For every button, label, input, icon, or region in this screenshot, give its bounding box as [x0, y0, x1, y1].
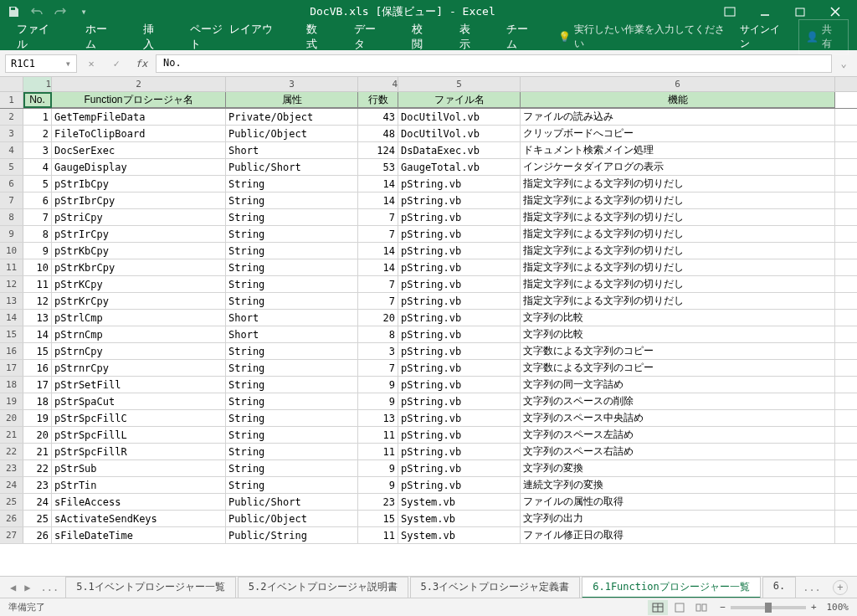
cell-fn[interactable]: pStrKbrCpy	[52, 259, 226, 275]
cell-lines[interactable]: 3	[358, 343, 398, 359]
cell-lines[interactable]: 7	[358, 276, 398, 292]
cell-no[interactable]: 16	[23, 360, 52, 376]
cell-fn[interactable]: pStrSpcFillL	[52, 427, 226, 443]
col-header[interactable]: 5	[398, 77, 521, 91]
cell-file[interactable]: pString.vb	[398, 293, 521, 309]
zoom-in-icon[interactable]: +	[811, 602, 817, 613]
cell-no[interactable]: 11	[23, 276, 52, 292]
cell-lines[interactable]: 9	[358, 477, 398, 493]
cell-lines[interactable]: 9	[358, 377, 398, 393]
row-header[interactable]: 22	[0, 444, 23, 459]
cell-lines[interactable]: 7	[358, 209, 398, 225]
cell-fn[interactable]: pStrnCpy	[52, 343, 226, 359]
cell-file[interactable]: System.vb	[398, 527, 521, 543]
cell-file[interactable]: System.vb	[398, 494, 521, 510]
cell-attr[interactable]: Public/String	[226, 527, 358, 543]
zoom-slider[interactable]	[731, 606, 806, 609]
cell-attr[interactable]: String	[226, 226, 358, 242]
cell-no[interactable]: 2	[23, 126, 52, 141]
cell-desc[interactable]: 文字列の比較	[521, 310, 835, 326]
cell-fn[interactable]: sActivateSendKeys	[52, 511, 226, 526]
cell-fn[interactable]: pStrnrCpy	[52, 360, 226, 376]
cell-lines[interactable]: 14	[358, 243, 398, 259]
cell-attr[interactable]: String	[226, 243, 358, 259]
cell-lines[interactable]: 9	[358, 460, 398, 476]
row-header[interactable]: 17	[0, 360, 23, 376]
cell-file[interactable]: pString.vb	[398, 427, 521, 443]
cell-file[interactable]: pString.vb	[398, 326, 521, 342]
cell-no[interactable]: 24	[23, 494, 52, 510]
cell-no[interactable]: 25	[23, 511, 52, 526]
tab-more-right[interactable]: ...	[798, 582, 826, 593]
row-header[interactable]: 8	[0, 209, 23, 225]
row-header[interactable]: 1	[0, 92, 23, 108]
row-header[interactable]: 18	[0, 377, 23, 393]
cell-no[interactable]: 26	[23, 527, 52, 543]
row-header[interactable]: 26	[0, 511, 23, 526]
cell-file[interactable]: pString.vb	[398, 310, 521, 326]
row-header[interactable]: 9	[0, 226, 23, 242]
col-header[interactable]: 3	[226, 77, 358, 91]
cell-lines[interactable]: 11	[358, 444, 398, 459]
redo-icon[interactable]	[52, 3, 69, 20]
cell-attr[interactable]: Public/Object	[226, 511, 358, 526]
cell-file[interactable]: System.vb	[398, 511, 521, 526]
cell-desc[interactable]: 指定文字列による文字列の切りだし	[521, 192, 835, 208]
cell-no[interactable]: 14	[23, 326, 52, 342]
row-header[interactable]: 20	[0, 410, 23, 426]
tab-next-icon[interactable]: ▶	[21, 582, 33, 593]
cell-attr[interactable]: Public/Short	[226, 494, 358, 510]
cell-desc[interactable]: 指定文字列による文字列の切りだし	[521, 293, 835, 309]
cell-file[interactable]: GaugeTotal.vb	[398, 159, 521, 175]
cell-fn[interactable]: pStriCpy	[52, 209, 226, 225]
row-header[interactable]: 23	[0, 460, 23, 476]
cell-fn[interactable]: pStrSpcFillR	[52, 444, 226, 459]
cell-attr[interactable]: Short	[226, 326, 358, 342]
cell-lines[interactable]: 15	[358, 511, 398, 526]
view-normal-icon[interactable]	[648, 600, 668, 615]
cell-desc[interactable]: 文字列の同一文字詰め	[521, 377, 835, 393]
cell-lines[interactable]: 20	[358, 310, 398, 326]
cell-attr[interactable]: String	[226, 259, 358, 275]
cell-fn[interactable]: DocSerExec	[52, 142, 226, 158]
cell-desc[interactable]: 指定文字列による文字列の切りだし	[521, 259, 835, 275]
cell-fn[interactable]: pStrSub	[52, 460, 226, 476]
row-header[interactable]: 5	[0, 159, 23, 175]
cell-no[interactable]: 15	[23, 343, 52, 359]
cell-fn[interactable]: pStrKbCpy	[52, 243, 226, 259]
cell-no[interactable]: 18	[23, 393, 52, 409]
cell-lines[interactable]: 8	[358, 326, 398, 342]
row-header[interactable]: 6	[0, 176, 23, 192]
dropdown-icon[interactable]: ▾	[65, 58, 71, 69]
cell-lines[interactable]: 13	[358, 410, 398, 426]
row-header[interactable]: 15	[0, 326, 23, 342]
cell-attr[interactable]: Short	[226, 310, 358, 326]
cell-file[interactable]: pString.vb	[398, 360, 521, 376]
row-header[interactable]: 7	[0, 192, 23, 208]
cancel-icon[interactable]: ✕	[80, 54, 102, 73]
row-header[interactable]: 3	[0, 126, 23, 141]
cell-file[interactable]: pString.vb	[398, 410, 521, 426]
cell-desc[interactable]: 指定文字列による文字列の切りだし	[521, 176, 835, 192]
cell-no[interactable]: 9	[23, 243, 52, 259]
formula-input[interactable]: No.	[156, 54, 832, 73]
row-header[interactable]: 13	[0, 293, 23, 309]
cell-lines[interactable]: 9	[358, 393, 398, 409]
cell-lines[interactable]: 23	[358, 494, 398, 510]
cell-attr[interactable]: String	[226, 393, 358, 409]
share-button[interactable]: 👤 共有	[798, 19, 849, 54]
tab-prev-icon[interactable]: ◀	[7, 582, 19, 593]
cell-no[interactable]: 21	[23, 444, 52, 459]
cell-attr[interactable]: String	[226, 410, 358, 426]
sheet-tab[interactable]: 6.	[762, 577, 796, 598]
cell-lines[interactable]: 11	[358, 527, 398, 543]
cell-desc[interactable]: インジケータダイアログの表示	[521, 159, 835, 175]
cell-file[interactable]: pString.vb	[398, 393, 521, 409]
cell-fn[interactable]: pStrIbrCpy	[52, 192, 226, 208]
undo-icon[interactable]	[28, 3, 45, 20]
cell-fn[interactable]: GetTempFileData	[52, 109, 226, 125]
cell-fn[interactable]: pStrTin	[52, 477, 226, 493]
ribbon-display-icon[interactable]	[713, 2, 747, 22]
cell-file[interactable]: pString.vb	[398, 276, 521, 292]
enter-icon[interactable]: ✓	[105, 54, 127, 73]
